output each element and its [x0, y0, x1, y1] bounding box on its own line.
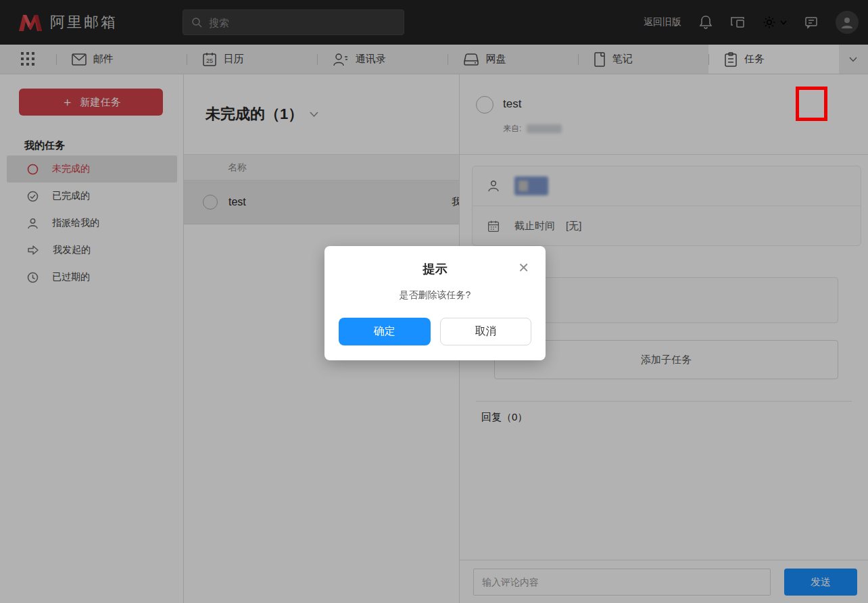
dialog-title: 提示: [324, 261, 546, 277]
dialog-close-icon[interactable]: ✕: [518, 261, 529, 274]
dialog-message: 是否删除该任务?: [324, 289, 546, 302]
dialog-confirm-button[interactable]: 确定: [339, 318, 431, 345]
confirm-delete-dialog: 提示 ✕ 是否删除该任务? 确定 取消: [324, 246, 546, 360]
dialog-cancel-button[interactable]: 取消: [440, 318, 531, 345]
